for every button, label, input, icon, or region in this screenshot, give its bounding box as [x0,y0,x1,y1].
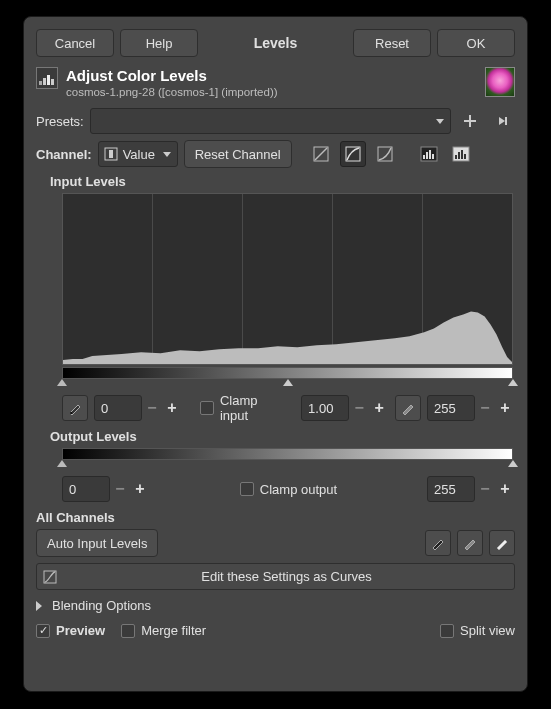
curves-icon [43,570,57,584]
luminance-a-button[interactable] [416,141,442,167]
output-slider[interactable] [62,460,513,472]
pick-white-all-button[interactable] [489,530,515,556]
blending-label: Blending Options [52,598,151,613]
header: Adjust Color Levels cosmos-1.png-28 ([co… [36,67,515,98]
svg-rect-13 [423,155,425,159]
presets-row: Presets: [36,108,515,134]
split-view-checkbox[interactable] [440,624,454,638]
pick-black-all-button[interactable] [425,530,451,556]
svg-rect-19 [458,152,460,159]
presets-label: Presets: [36,114,84,129]
help-button[interactable]: Help [120,29,198,57]
svg-marker-4 [499,117,505,125]
clamp-output-checkbox[interactable] [240,482,254,496]
svg-rect-7 [109,150,113,158]
reset-channel-button[interactable]: Reset Channel [184,140,292,168]
merge-filter-label: Merge filter [141,623,206,638]
channel-combo[interactable]: Value [98,141,178,167]
presets-combo[interactable] [90,108,451,134]
increment-button[interactable]: + [130,476,150,502]
clamp-output-label: Clamp output [260,482,337,497]
output-high-spin[interactable]: 255 − + [427,476,515,502]
preview-label: Preview [56,623,105,638]
preset-menu-button[interactable] [489,108,515,134]
svg-rect-20 [461,150,463,159]
clamp-input-checkbox[interactable] [200,401,214,415]
histogram[interactable] [62,193,513,365]
black-point-picker[interactable] [62,395,88,421]
value-channel-icon [105,148,117,160]
levels-dialog: Cancel Help Levels Reset OK Adjust Color… [23,16,528,692]
svg-rect-15 [429,150,431,159]
dialog-button-row: Cancel Help Levels Reset OK [36,29,515,57]
black-point-marker[interactable] [57,379,67,386]
auto-input-levels-button[interactable]: Auto Input Levels [36,529,158,557]
white-point-marker[interactable] [508,379,518,386]
channel-row: Channel: Value Reset Channel [36,140,515,168]
svg-point-22 [70,412,72,414]
blending-expander[interactable]: Blending Options [36,598,515,613]
channel-value: Value [123,147,155,162]
increment-button[interactable]: + [495,395,515,421]
reset-button[interactable]: Reset [353,29,431,57]
svg-rect-16 [432,154,434,159]
svg-rect-0 [39,81,42,85]
merge-filter-checkbox[interactable] [121,624,135,638]
dialog-title: Levels [204,29,347,57]
svg-rect-5 [505,117,507,125]
decrement-button[interactable]: − [475,395,495,421]
gamma-marker[interactable] [283,379,293,386]
channel-label: Channel: [36,147,92,162]
chevron-down-icon [163,152,171,157]
svg-rect-3 [51,79,54,85]
output-low-spin[interactable]: 0 − + [62,476,150,502]
clamp-input-label: Clamp input [220,393,289,423]
svg-rect-2 [47,75,50,85]
all-channels-label: All Channels [36,510,515,525]
expander-triangle-icon [36,601,42,611]
output-low-value[interactable]: 0 [62,476,110,502]
split-view-label: Split view [460,623,515,638]
gray-point-picker[interactable] [395,395,421,421]
perceptual-histogram-button[interactable] [372,141,398,167]
preview-checkbox[interactable] [36,624,50,638]
ok-button[interactable]: OK [437,29,515,57]
log-histogram-button[interactable] [340,141,366,167]
output-levels-label: Output Levels [50,429,515,444]
input-gradient [62,367,513,379]
input-high-spin[interactable]: 255 − + [427,395,515,421]
input-low-value[interactable]: 0 [94,395,142,421]
edit-as-curves-button[interactable]: Edit these Settings as Curves [36,563,515,590]
increment-button[interactable]: + [495,476,515,502]
image-thumbnail [485,67,515,97]
svg-line-9 [315,148,327,160]
header-subtitle: cosmos-1.png-28 ([cosmos-1] (imported)) [66,86,477,98]
luminance-b-button[interactable] [448,141,474,167]
add-preset-button[interactable] [457,108,483,134]
edit-as-curves-label: Edit these Settings as Curves [65,569,508,584]
output-low-marker[interactable] [57,460,67,467]
svg-rect-18 [455,155,457,159]
input-levels-label: Input Levels [50,174,515,189]
svg-rect-14 [426,152,428,159]
increment-button[interactable]: + [369,395,389,421]
svg-rect-1 [43,78,46,85]
input-gamma-value[interactable]: 1.00 [301,395,349,421]
tool-icon [36,67,58,89]
input-high-value[interactable]: 255 [427,395,475,421]
increment-button[interactable]: + [162,395,182,421]
chevron-down-icon [436,119,444,124]
input-gamma-spin[interactable]: 1.00 − + [301,395,389,421]
output-high-marker[interactable] [508,460,518,467]
decrement-button[interactable]: − [475,476,495,502]
output-high-value[interactable]: 255 [427,476,475,502]
cancel-button[interactable]: Cancel [36,29,114,57]
header-title: Adjust Color Levels [66,67,477,84]
input-low-spin[interactable]: 0 − + [94,395,182,421]
linear-histogram-button[interactable] [308,141,334,167]
pick-gray-all-button[interactable] [457,530,483,556]
decrement-button[interactable]: − [110,476,130,502]
input-slider[interactable] [62,379,513,391]
decrement-button[interactable]: − [142,395,162,421]
decrement-button[interactable]: − [349,395,369,421]
